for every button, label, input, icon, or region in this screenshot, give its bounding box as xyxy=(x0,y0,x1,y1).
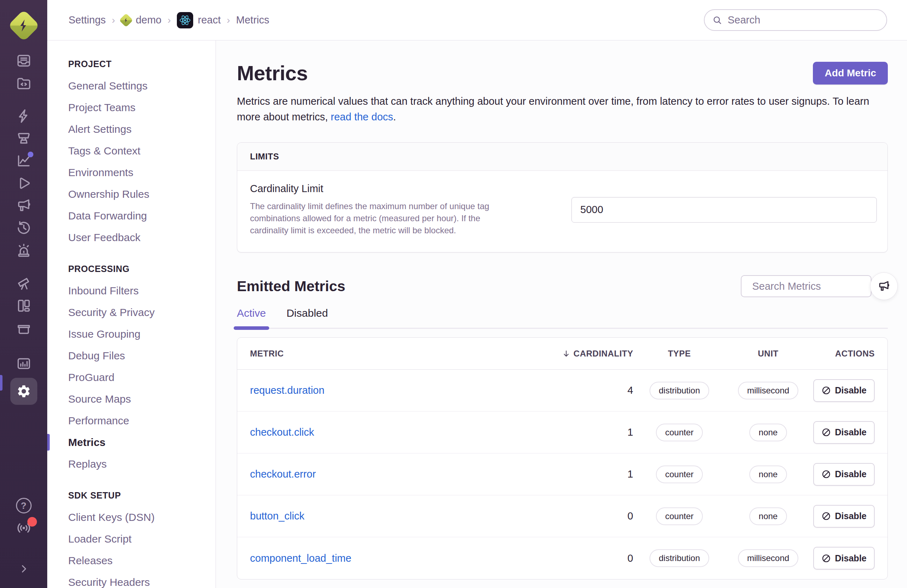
metric-link[interactable]: checkout.error xyxy=(250,468,316,480)
collapse-chevron-icon[interactable] xyxy=(16,561,32,577)
nav-item-ownership-rules[interactable]: Ownership Rules xyxy=(68,183,216,205)
cardinality-limit-input[interactable] xyxy=(571,197,877,223)
breadcrumb-org-demo[interactable]: demo xyxy=(121,14,162,26)
feedback-megaphone-icon[interactable] xyxy=(16,197,32,214)
nav-item-replays[interactable]: Replays xyxy=(68,453,216,475)
topbar: Settings demo xyxy=(47,0,907,40)
disable-button-label: Disable xyxy=(835,385,867,396)
whats-new-notification-dot xyxy=(27,517,37,527)
description-period: . xyxy=(393,111,396,122)
breadcrumb-separator-icon xyxy=(112,14,115,26)
col-header-cardinality-label: CARDINALITY xyxy=(574,349,633,359)
nav-item-loader-script[interactable]: Loader Script xyxy=(68,528,216,550)
nav-section-heading-sdk-setup: SDK SETUP xyxy=(68,490,216,501)
rail-active-indicator xyxy=(0,375,3,391)
global-search-input[interactable] xyxy=(728,14,878,26)
emitted-metrics-title: Emitted Metrics xyxy=(237,278,345,295)
table-row: button_click 0 counter none Disable xyxy=(237,495,888,537)
disable-button-label: Disable xyxy=(835,469,867,479)
page-description: Metrics are numerical values that can tr… xyxy=(237,93,888,125)
help-icon[interactable] xyxy=(16,497,32,514)
disable-button[interactable]: Disable xyxy=(813,463,875,486)
nav-item-tags-context[interactable]: Tags & Context xyxy=(68,140,216,162)
dashboards-layout-icon[interactable] xyxy=(16,298,32,314)
nav-item-inbound-filters[interactable]: Inbound Filters xyxy=(68,280,216,301)
disable-button-label: Disable xyxy=(835,511,867,521)
breadcrumb-separator-icon xyxy=(168,14,171,26)
unit-badge: millisecond xyxy=(738,549,799,567)
nav-item-releases[interactable]: Releases xyxy=(68,550,216,571)
limits-panel: LIMITS Cardinality Limit The cardinality… xyxy=(237,143,888,252)
alerts-siren-icon[interactable] xyxy=(16,242,32,258)
metrics-table: METRIC CARDINALITY TYPE UNIT ACTIONS req… xyxy=(237,337,888,580)
feedback-fab-button[interactable] xyxy=(870,272,898,300)
limits-panel-header: LIMITS xyxy=(237,143,888,171)
unit-badge: millisecond xyxy=(738,382,799,399)
explore-projector-icon[interactable] xyxy=(16,130,32,147)
col-header-actions: ACTIONS xyxy=(811,349,875,359)
nav-item-security-privacy[interactable]: Security & Privacy xyxy=(68,301,216,323)
whats-new-broadcast-icon[interactable] xyxy=(16,520,32,536)
tab-active[interactable]: Active xyxy=(237,307,266,328)
nav-item-environments[interactable]: Environments xyxy=(68,162,216,183)
sentry-logo[interactable] xyxy=(8,9,40,42)
metric-link[interactable]: component_load_time xyxy=(250,553,351,564)
history-clock-icon[interactable] xyxy=(16,220,32,236)
react-logo-icon xyxy=(177,12,193,29)
breadcrumb-org-label: demo xyxy=(136,14,162,26)
search-icon xyxy=(712,15,722,25)
settings-gear-icon[interactable] xyxy=(10,378,37,405)
breadcrumb-project-react[interactable]: react xyxy=(177,12,221,29)
nav-item-data-forwarding[interactable]: Data Forwarding xyxy=(68,205,216,226)
disable-button-label: Disable xyxy=(835,427,867,437)
nav-item-debug-files[interactable]: Debug Files xyxy=(68,345,216,367)
metric-link[interactable]: button_click xyxy=(250,510,304,522)
disable-button[interactable]: Disable xyxy=(813,547,875,570)
col-header-unit: UNIT xyxy=(726,349,811,359)
disable-button[interactable]: Disable xyxy=(813,505,875,528)
type-badge: distribution xyxy=(649,549,709,567)
crons-box-icon[interactable] xyxy=(16,320,32,336)
metrics-search-input[interactable] xyxy=(752,280,886,292)
col-header-cardinality[interactable]: CARDINALITY xyxy=(562,349,633,359)
nav-item-metrics[interactable]: Metrics xyxy=(68,431,216,453)
insights-notification-dot xyxy=(28,152,34,157)
nav-item-security-headers[interactable]: Security Headers xyxy=(68,571,216,588)
col-header-type: TYPE xyxy=(633,349,726,359)
metric-link[interactable]: request.duration xyxy=(250,385,325,396)
body-row: PROJECT General Settings Project Teams A… xyxy=(47,40,907,588)
type-badge: counter xyxy=(656,507,703,525)
unit-badge: none xyxy=(749,507,787,525)
breadcrumb-project-label: react xyxy=(198,14,221,26)
disable-button[interactable]: Disable xyxy=(813,421,875,444)
nav-item-project-teams[interactable]: Project Teams xyxy=(68,96,216,118)
add-metric-button[interactable]: Add Metric xyxy=(813,62,888,85)
page-title: Metrics xyxy=(237,61,308,85)
tab-disabled[interactable]: Disabled xyxy=(287,307,328,328)
nav-item-alert-settings[interactable]: Alert Settings xyxy=(68,118,216,140)
nav-item-issue-grouping[interactable]: Issue Grouping xyxy=(68,323,216,345)
projects-icon[interactable] xyxy=(16,75,32,91)
performance-lightning-icon[interactable] xyxy=(16,108,32,124)
breadcrumb-current-label: Metrics xyxy=(236,14,269,26)
nav-item-performance[interactable]: Performance xyxy=(68,410,216,431)
nav-item-source-maps[interactable]: Source Maps xyxy=(68,388,216,410)
nav-item-user-feedback[interactable]: User Feedback xyxy=(68,226,216,248)
read-the-docs-link[interactable]: read the docs xyxy=(331,111,393,122)
cardinality-limit-help: The cardinality limit defines the maximu… xyxy=(250,200,504,237)
nav-item-proguard[interactable]: ProGuard xyxy=(68,367,216,388)
issues-icon[interactable] xyxy=(16,53,32,69)
main-content: Metrics Add Metric Metrics are numerical… xyxy=(216,40,907,588)
cardinality-value: 4 xyxy=(562,385,633,396)
insights-chart-icon[interactable] xyxy=(16,153,32,169)
nav-item-client-keys[interactable]: Client Keys (DSN) xyxy=(68,506,216,528)
emitted-metrics-tabs: Active Disabled xyxy=(237,307,888,329)
disable-button[interactable]: Disable xyxy=(813,379,875,402)
stats-bars-icon[interactable] xyxy=(16,356,32,372)
replays-play-icon[interactable] xyxy=(16,175,32,191)
discover-telescope-icon[interactable] xyxy=(16,275,32,292)
metric-link[interactable]: checkout.click xyxy=(250,426,314,438)
nav-item-general-settings[interactable]: General Settings xyxy=(68,75,216,96)
col-header-metric: METRIC xyxy=(250,349,562,359)
breadcrumb-settings[interactable]: Settings xyxy=(69,14,106,26)
